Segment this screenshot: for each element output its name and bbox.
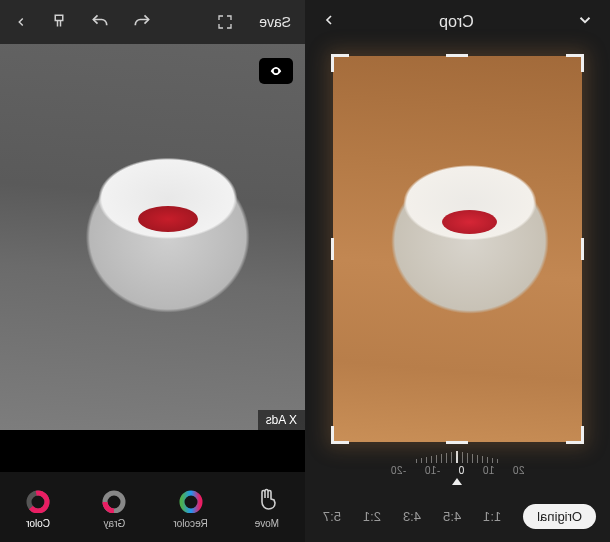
ratio-2-1[interactable]: 2:1 [363, 509, 381, 524]
svg-point-1 [275, 70, 277, 72]
brush-icon[interactable] [50, 13, 68, 31]
tool-move[interactable]: Move [237, 486, 297, 529]
svg-point-2 [182, 493, 200, 511]
ratio-1-1[interactable]: 1:1 [483, 509, 501, 524]
tool-bar: Move Recolor Gray Color [0, 472, 305, 542]
ad-strip [0, 430, 305, 472]
gray-icon [100, 486, 128, 514]
crop-handle-br[interactable] [331, 426, 349, 444]
save-button[interactable]: Save [259, 14, 291, 30]
page-title: Crop [439, 13, 474, 31]
tool-label: Move [255, 518, 279, 529]
rotation-dial[interactable]: 20 10 0 -10 -20 [305, 446, 610, 490]
crop-handle-top[interactable] [447, 54, 469, 57]
undo-icon[interactable] [132, 12, 152, 32]
tool-label: Gray [104, 518, 126, 529]
ads-badge[interactable]: X Ads [258, 410, 305, 430]
crop-handle-tr[interactable] [331, 54, 349, 72]
fullscreen-icon[interactable] [217, 14, 233, 30]
dial-ticks [417, 451, 499, 463]
tool-recolor[interactable]: Recolor [161, 486, 221, 529]
crop-canvas[interactable] [305, 44, 610, 446]
ratio-4-5[interactable]: 4:5 [443, 509, 461, 524]
ratio-5-7[interactable]: 5:7 [323, 509, 341, 524]
tool-color[interactable]: Color [8, 486, 68, 529]
tool-gray[interactable]: Gray [84, 486, 144, 529]
crop-frame[interactable] [333, 56, 582, 442]
image-preview-gray [0, 44, 305, 430]
crop-handle-bl[interactable] [566, 426, 584, 444]
confirm-icon[interactable] [321, 12, 337, 32]
recolor-icon [177, 486, 205, 514]
crop-handle-left[interactable] [581, 238, 584, 260]
aspect-ratio-bar[interactable]: Original 1:1 4:5 4:3 2:1 5:7 [305, 490, 610, 542]
tool-label: Recolor [173, 518, 207, 529]
crop-handle-tl[interactable] [566, 54, 584, 72]
ratio-4-3[interactable]: 4:3 [403, 509, 421, 524]
dial-labels: 20 10 0 -10 -20 [390, 465, 524, 476]
tool-label: Color [26, 518, 50, 529]
svg-rect-0 [55, 15, 63, 20]
redo-icon[interactable] [90, 12, 110, 32]
image-preview-color [333, 56, 582, 442]
editor-canvas[interactable]: X Ads [0, 44, 305, 430]
ratio-original[interactable]: Original [523, 504, 596, 529]
back-icon[interactable] [576, 11, 594, 33]
hand-icon [253, 486, 281, 514]
crop-handle-right[interactable] [331, 238, 334, 260]
compare-toggle[interactable] [259, 58, 293, 84]
color-icon [24, 486, 52, 514]
crop-handle-bottom[interactable] [447, 441, 469, 444]
dial-pointer-icon [453, 478, 463, 485]
forward-icon[interactable] [14, 15, 28, 29]
